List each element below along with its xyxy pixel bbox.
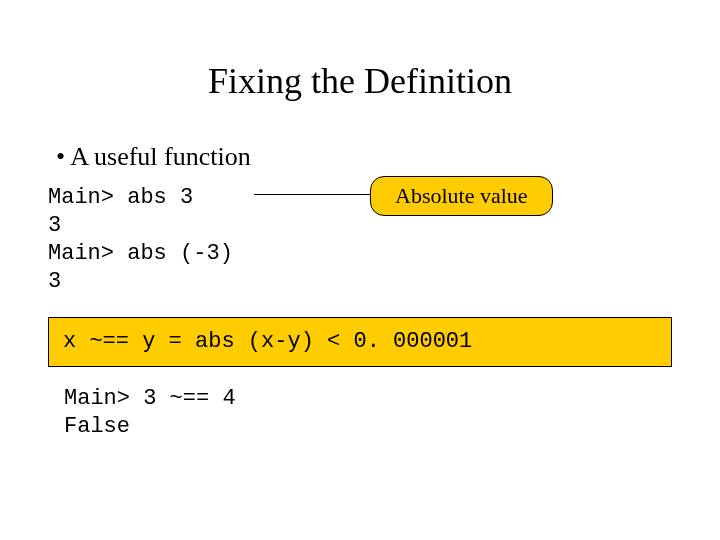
- code-block-top: Absolute value Main> abs 3 3 Main> abs (…: [48, 184, 720, 297]
- definition-code: x ~== y = abs (x-y) < 0. 000001: [63, 328, 657, 356]
- callout-absolute-value: Absolute value: [370, 176, 553, 216]
- callout-connector: [254, 194, 374, 195]
- bullet-useful-function: A useful function: [56, 142, 720, 172]
- definition-box: x ~== y = abs (x-y) < 0. 000001: [48, 317, 672, 367]
- code-bottom-example: Main> 3 ~== 4 False: [64, 385, 720, 441]
- slide-title: Fixing the Definition: [0, 60, 720, 102]
